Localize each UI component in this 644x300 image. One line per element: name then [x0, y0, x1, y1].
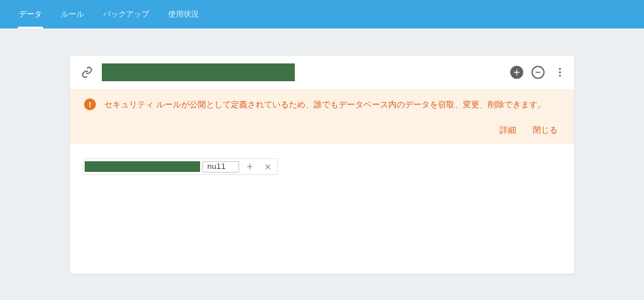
database-url-redacted: [102, 63, 295, 81]
warning-message: セキュリティ ルールが公開として定義されているため、誰でもデータベース内のデータ…: [104, 98, 546, 111]
warning-icon: !: [84, 98, 96, 110]
url-bar: [70, 56, 574, 89]
add-button[interactable]: [510, 66, 523, 79]
more-vert-icon: [554, 66, 566, 78]
warning-close-button[interactable]: 閉じる: [533, 125, 558, 136]
minus-circle-icon: [534, 69, 542, 76]
main-panel: ! セキュリティ ルールが公開として定義されているため、誰でもデータベース内のデ…: [70, 56, 574, 274]
remove-button[interactable]: [532, 66, 545, 79]
row-remove-button[interactable]: [260, 159, 275, 174]
more-menu-button[interactable]: [553, 65, 567, 79]
header-tabs: データ ルール バックアップ 使用状況: [0, 0, 644, 28]
svg-point-0: [559, 68, 561, 70]
svg-point-2: [559, 75, 561, 76]
data-tree-area: null: [70, 144, 574, 189]
security-warning-banner: ! セキュリティ ルールが公開として定義されているため、誰でもデータベース内のデ…: [70, 89, 574, 144]
svg-point-1: [559, 71, 561, 73]
row-add-button[interactable]: [243, 159, 257, 174]
data-root-row[interactable]: null: [83, 158, 278, 175]
data-key-redacted: [85, 161, 200, 172]
tab-rules[interactable]: ルール: [51, 0, 94, 28]
warning-detail-button[interactable]: 詳細: [500, 125, 516, 136]
tab-usage[interactable]: 使用状況: [159, 0, 208, 28]
data-value-box[interactable]: null: [202, 161, 239, 173]
link-icon: [80, 66, 94, 79]
plus-circle-icon: [512, 68, 521, 77]
close-icon: [264, 163, 272, 171]
tab-data[interactable]: データ: [9, 0, 51, 28]
tab-backup[interactable]: バックアップ: [94, 0, 159, 28]
plus-icon: [246, 162, 254, 171]
